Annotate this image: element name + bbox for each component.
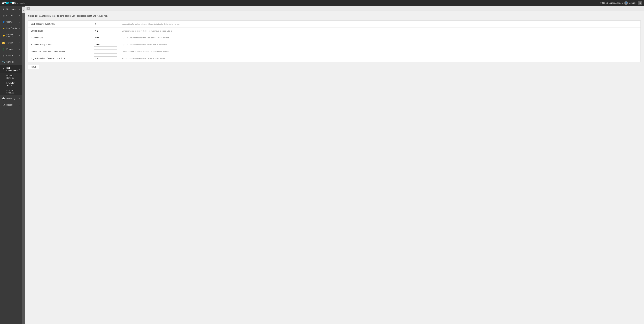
finance-icon: 💲	[2, 48, 5, 51]
reports-icon: 🏷	[2, 103, 5, 106]
input-cell-highest-winning	[92, 41, 119, 48]
chevron-right-icon: ›	[19, 42, 20, 44]
breadcrumb-home[interactable]: ⌂	[26, 7, 30, 10]
sidebar-item-live-events[interactable]: ⚡ Live Events ›	[0, 25, 22, 31]
logo-sub: crypto casino	[16, 2, 26, 4]
settings-row-lowest-events: Lowest number of events in one ticket Lo…	[28, 48, 640, 55]
content-icon: ☰	[2, 14, 5, 17]
help-lock-betting: Lock betting for certain minutes till ev…	[119, 22, 640, 26]
topbar: XYbets88 crypto casino 08:32:22 Europe/L…	[0, 0, 644, 6]
marketing-icon: 💬	[2, 97, 5, 100]
sidebar-item-reports[interactable]: 🏷 Reports ›	[0, 102, 22, 108]
label-highest-stake: Highest stake	[28, 34, 92, 41]
sidebar-item-label: Reports	[6, 104, 14, 106]
settings-row-highest-events: Highest number of events in one ticket H…	[28, 55, 640, 62]
main-content: ⌂ › Setup risk management to settings to…	[25, 6, 644, 324]
page-body: Setup risk management to settings to sec…	[25, 11, 644, 324]
help-lowest-stake: Lowest amount of money that user must ha…	[119, 28, 640, 33]
chevron-right-icon: ›	[19, 8, 20, 10]
sidebar-subitem-general-settings[interactable]: General Settings	[0, 73, 22, 80]
input-lowest-events[interactable]	[94, 49, 117, 53]
sidebar-item-label: Content	[6, 14, 14, 17]
settings-row-highest-stake: Highest stake Highest amount of money th…	[28, 34, 640, 41]
risk-management-subitems: General Settings Limits for Sports Limit…	[0, 73, 22, 95]
chevron-right-icon: ›	[19, 48, 20, 50]
exit-button[interactable]: ⏻	[638, 1, 642, 5]
chevron-right-icon: ›	[19, 104, 20, 106]
logo-bets: bets	[6, 1, 12, 5]
save-button[interactable]: Save	[28, 65, 39, 69]
topbar-right: 08:32:22 Europe/London 👤 admin? ⏻	[600, 1, 642, 5]
help-highest-winning: Highest amount of money that can be won …	[119, 42, 640, 47]
live-events-icon: ⚡	[2, 27, 5, 30]
input-cell-lowest-stake	[92, 27, 119, 34]
sidebar: ⊞ Dashboard › ☰ Content › 👤 Users › ⚡ Li…	[0, 6, 22, 324]
label-highest-winning: Highest winning amount	[28, 41, 92, 48]
help-lowest-events: Lowest number of events that can be ente…	[119, 49, 640, 54]
chevron-right-icon: ›	[19, 15, 20, 16]
sidebar-item-prematch-events[interactable]: ⚡ Prematch Events ›	[0, 31, 22, 40]
logo: XYbets88 crypto casino	[2, 1, 26, 5]
help-highest-stake: Highest amount of money that user can us…	[119, 35, 640, 40]
sidebar-item-label: Finance	[6, 48, 14, 50]
sidebar-item-label: Dashboard	[6, 8, 16, 10]
sidebar-item-label: Casino	[6, 54, 12, 57]
sidebar-item-risk-management[interactable]: ⚠ Risk management ›	[0, 65, 22, 73]
label-lowest-stake: Lowest stake	[28, 28, 92, 34]
breadcrumb: ⌂ ›	[25, 6, 644, 11]
chevron-right-icon: ›	[19, 61, 20, 63]
chevron-right-icon: ›	[19, 98, 20, 99]
sidebar-item-settings[interactable]: 🔧 Settings ›	[0, 59, 22, 65]
sidebar-item-marketing[interactable]: 💬 Marketing ›	[0, 95, 22, 102]
label-lock-betting: Lock betting till event starts	[28, 21, 92, 27]
input-highest-stake[interactable]	[94, 36, 117, 40]
sidebar-item-dashboard[interactable]: ⊞ Dashboard ›	[0, 6, 22, 12]
sidebar-collapse-button[interactable]: ‹	[22, 7, 25, 13]
settings-row-highest-winning: Highest winning amount Highest amount of…	[28, 41, 640, 48]
label-lowest-events: Lowest number of events in one ticket	[28, 48, 92, 55]
sidebar-item-casino[interactable]: ⊙ Casino ›	[0, 52, 22, 59]
sidebar-item-content[interactable]: ☰ Content ›	[0, 12, 22, 19]
breadcrumb-arrow: ›	[30, 7, 31, 10]
sidebar-item-users[interactable]: 👤 Users ›	[0, 19, 22, 25]
logo-xy: XY	[2, 1, 6, 5]
logo-88: 88	[12, 1, 16, 5]
dashboard-icon: ⊞	[2, 8, 5, 11]
input-cell-lowest-events	[92, 48, 119, 55]
sidebar-subitem-limits-for-sports[interactable]: Limits for Sports	[0, 80, 22, 88]
sidebar-item-label: Live Events	[6, 27, 17, 29]
sidebar-item-label: Settings	[6, 61, 14, 63]
input-highest-events[interactable]	[94, 56, 117, 60]
input-lock-betting[interactable]	[94, 22, 117, 26]
input-cell-highest-stake	[92, 34, 119, 41]
input-cell-lock-betting	[92, 21, 119, 27]
sidebar-item-label: Risk management	[6, 67, 19, 71]
sidebar-item-tickets[interactable]: 🎫 Tickets ›	[0, 40, 22, 46]
input-highest-winning[interactable]	[94, 43, 117, 47]
sidebar-subitem-limits-for-leagues[interactable]: Limits for Leagues	[0, 88, 22, 95]
casino-icon: ⊙	[2, 54, 5, 57]
settings-icon: 🔧	[2, 60, 5, 63]
sidebar-item-label: Prematch Events	[6, 33, 19, 38]
input-lowest-stake[interactable]	[94, 29, 117, 33]
sidebar-item-label: Tickets	[6, 42, 13, 44]
avatar: 👤	[624, 1, 628, 5]
sidebar-item-label: Marketing	[6, 97, 15, 100]
tickets-icon: 🎫	[2, 41, 5, 44]
sidebar-item-finance[interactable]: 💲 Finance ›	[0, 46, 22, 52]
users-icon: 👤	[2, 20, 5, 23]
help-highest-events: Highest number of events that can be ent…	[119, 56, 640, 61]
label-highest-events: Highest number of events in one ticket	[28, 55, 92, 62]
username: admin?	[630, 2, 636, 4]
prematch-events-icon: ⚡	[2, 34, 5, 37]
sidebar-item-label: Users	[6, 21, 12, 23]
input-cell-highest-events	[92, 55, 119, 62]
chevron-right-icon: ›	[19, 27, 20, 29]
settings-row-lock-betting: Lock betting till event starts Lock bett…	[28, 21, 640, 27]
risk-management-icon: ⚠	[2, 68, 5, 71]
chevron-right-icon: ›	[19, 68, 20, 70]
chevron-right-icon: ›	[19, 35, 20, 36]
settings-table: Lock betting till event starts Lock bett…	[28, 20, 641, 62]
settings-row-lowest-stake: Lowest stake Lowest amount of money that…	[28, 27, 640, 34]
page-description: Setup risk management to settings to sec…	[28, 14, 641, 17]
